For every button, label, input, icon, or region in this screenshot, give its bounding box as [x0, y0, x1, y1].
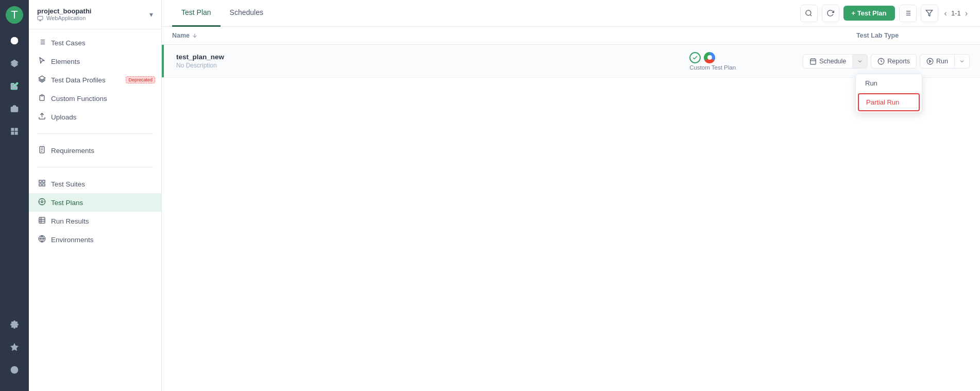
toolbar-actions: + Test Plan ‹ 1-1 ›	[800, 5, 970, 22]
schedule-btn-group: Schedule	[803, 54, 868, 69]
svg-point-33	[41, 201, 43, 203]
run-button[interactable]: Run	[920, 54, 955, 69]
svg-point-11	[11, 366, 18, 373]
search-button[interactable]	[800, 5, 818, 22]
dropdown-partial-run-item[interactable]: Partial Run	[858, 93, 920, 111]
svg-rect-34	[39, 217, 45, 223]
target-icon	[38, 198, 46, 207]
sidebar-item-custom-functions[interactable]: Custom Functions	[29, 89, 161, 108]
table-area: Name Test Lab Type test_plan_new No Desc…	[162, 27, 980, 391]
layers-icon[interactable]	[5, 54, 24, 73]
brand-icon[interactable]: T	[6, 6, 23, 24]
sidebar-item-requirements[interactable]: Requirements	[29, 141, 161, 160]
tab-schedules[interactable]: Schedules	[221, 0, 273, 27]
edit-icon[interactable]	[5, 76, 24, 96]
table-header: Name Test Lab Type	[162, 27, 980, 45]
reports-label: Reports	[887, 58, 910, 65]
sidebar-item-elements[interactable]: Elements	[29, 52, 161, 71]
row-plan-description: No Description	[176, 62, 689, 69]
run-dropdown-menu: Run Partial Run	[855, 74, 922, 113]
filter-button[interactable]	[921, 5, 938, 22]
svg-rect-50	[810, 59, 816, 64]
schedule-label: Schedule	[819, 58, 846, 65]
project-type: WebApplication	[37, 15, 91, 22]
sidebar-item-environments[interactable]: Environments	[29, 230, 161, 249]
sidebar: project_boopathi WebApplication ▾ Test C…	[29, 0, 162, 391]
sidebar-header[interactable]: project_boopathi WebApplication ▾	[29, 0, 161, 29]
svg-marker-56	[930, 60, 932, 62]
run-dropdown-button[interactable]	[955, 54, 970, 69]
icon-bar: T	[0, 0, 29, 391]
grid-icon[interactable]	[5, 122, 24, 141]
globe-icon	[38, 235, 46, 244]
add-test-plan-button[interactable]: + Test Plan	[843, 6, 895, 21]
layers-nav-icon	[38, 75, 46, 84]
svg-rect-8	[15, 132, 18, 134]
sidebar-item-run-results[interactable]: Run Results	[29, 212, 161, 230]
test-lab-icons	[689, 52, 715, 63]
sidebar-item-test-suites[interactable]: Test Suites	[29, 175, 161, 193]
sidebar-label-run-results: Run Results	[51, 217, 89, 225]
sidebar-label-test-suites: Test Suites	[51, 180, 85, 188]
clipboard-icon	[38, 146, 46, 155]
next-page-button[interactable]: ›	[963, 8, 970, 19]
sidebar-item-test-cases[interactable]: Test Cases	[29, 33, 161, 52]
sidebar-label-elements: Elements	[51, 58, 80, 65]
row-name-col: test_plan_new No Description	[172, 53, 689, 69]
cursor-icon	[38, 57, 46, 66]
row-type-label: Custom Test Plan	[689, 64, 736, 71]
briefcase-icon[interactable]	[5, 99, 24, 118]
top-nav: Test Plan Schedules + Test Plan	[162, 0, 980, 27]
svg-marker-48	[926, 10, 933, 16]
pagination-label: 1-1	[951, 9, 961, 17]
project-name: project_boopathi	[37, 7, 91, 15]
settings-icon[interactable]	[5, 315, 24, 334]
svg-rect-5	[11, 128, 14, 131]
test-suites-icon	[38, 179, 46, 189]
refresh-button[interactable]	[822, 5, 839, 22]
deprecated-badge: Deprecated	[126, 76, 155, 83]
svg-point-55	[927, 58, 933, 64]
sidebar-divider-2	[37, 167, 153, 167]
row-plan-name: test_plan_new	[176, 53, 689, 61]
sidebar-item-uploads[interactable]: Uploads	[29, 108, 161, 126]
upload-icon	[38, 112, 46, 122]
row-active-indicator	[162, 45, 164, 77]
svg-line-41	[810, 14, 812, 16]
custom-plan-icon	[689, 52, 701, 63]
sidebar-label-requirements: Requirements	[51, 147, 94, 155]
reports-button[interactable]: Reports	[871, 54, 917, 69]
function-icon	[38, 94, 46, 103]
svg-rect-4	[11, 107, 18, 112]
project-dropdown-icon[interactable]: ▾	[149, 10, 153, 19]
circle-icon[interactable]	[5, 360, 24, 380]
home-icon[interactable]	[5, 31, 24, 50]
sidebar-label-test-plans: Test Plans	[51, 199, 83, 207]
sidebar-label-environments: Environments	[51, 236, 94, 244]
svg-rect-28	[39, 180, 41, 182]
prev-page-button[interactable]: ‹	[942, 8, 949, 19]
list-icon	[38, 38, 46, 47]
svg-rect-7	[11, 132, 14, 134]
dropdown-run-item[interactable]: Run	[856, 74, 922, 92]
svg-marker-10	[11, 344, 18, 350]
run-label: Run	[936, 58, 948, 65]
star-icon[interactable]	[5, 337, 24, 357]
svg-rect-30	[39, 184, 41, 186]
row-type-col: Custom Test Plan	[689, 52, 803, 71]
columns-button[interactable]	[899, 5, 917, 22]
sidebar-item-test-plans[interactable]: Test Plans	[29, 193, 161, 212]
sidebar-label-test-data-profiles: Test Data Profiles	[51, 76, 106, 84]
sidebar-label-test-cases: Test Cases	[51, 39, 86, 47]
sidebar-label-uploads: Uploads	[51, 113, 77, 121]
sidebar-label-custom-functions: Custom Functions	[51, 95, 107, 103]
sidebar-divider-1	[37, 133, 153, 134]
table-icon	[38, 216, 46, 226]
tab-test-plan[interactable]: Test Plan	[172, 0, 221, 27]
sidebar-item-test-data-profiles[interactable]: Test Data Profiles Deprecated	[29, 71, 161, 89]
schedule-button[interactable]: Schedule	[803, 54, 853, 69]
schedule-dropdown-button[interactable]	[853, 54, 868, 69]
col-header-type: Test Lab Type	[856, 32, 970, 39]
run-btn-group: Run	[920, 54, 970, 69]
table-row: test_plan_new No Description Custom Test…	[162, 45, 980, 78]
